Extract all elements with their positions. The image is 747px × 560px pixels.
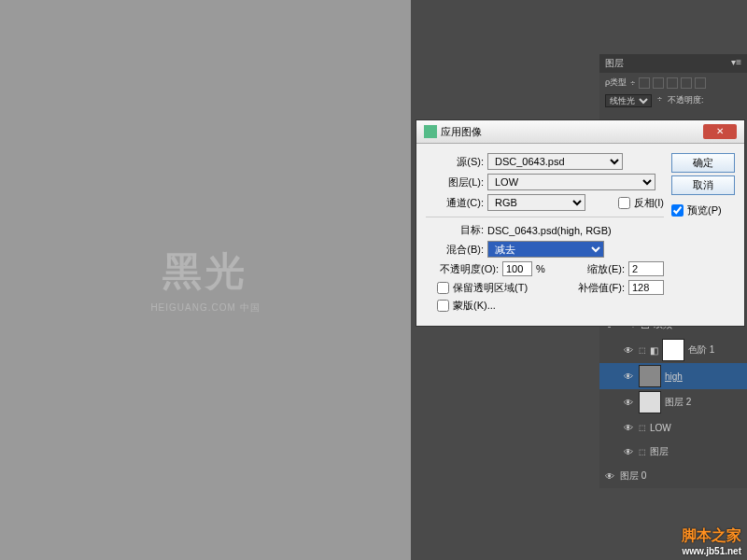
- layer-thumb: [639, 391, 661, 413]
- mask-checkbox[interactable]: [437, 300, 449, 312]
- layers-title: 图层: [605, 57, 624, 70]
- opacity-input[interactable]: [502, 261, 532, 276]
- visibility-icon[interactable]: 👁: [622, 343, 635, 357]
- layer-label: 图层(L):: [426, 175, 484, 189]
- mask-label: 蒙版(K)...: [453, 299, 496, 313]
- link-icon: ⬚: [639, 346, 646, 355]
- visibility-icon[interactable]: 👁: [622, 396, 635, 409]
- panel-menu-icon[interactable]: ▾≡: [731, 57, 741, 70]
- layer-name: 图层: [650, 445, 669, 458]
- blend-select[interactable]: 减去: [487, 241, 604, 258]
- dialog-icon: [424, 125, 437, 138]
- dialog-titlebar[interactable]: 应用图像 ✕: [416, 120, 744, 144]
- apply-image-dialog: 应用图像 ✕ 源(S): DSC_0643.psd 图层(L): LOW 通道(…: [416, 119, 745, 327]
- visibility-icon[interactable]: 👁: [603, 469, 616, 483]
- watermark: 黑光 HEIGUANG.COM 中国: [150, 245, 260, 315]
- filter-type-buttons[interactable]: [639, 77, 706, 89]
- preview-row[interactable]: 预览(P): [671, 203, 735, 217]
- layer-name: LOW: [650, 423, 671, 433]
- layer-name: 色阶 1: [688, 343, 714, 357]
- preview-label: 预览(P): [687, 203, 722, 217]
- filter-adjust-icon[interactable]: [653, 77, 664, 89]
- canvas-area: 黑光 HEIGUANG.COM 中国: [0, 0, 411, 560]
- layer-filter-row: ρ类型 ÷: [599, 73, 747, 92]
- layer-row-selected[interactable]: 👁 high: [599, 363, 747, 389]
- layer-select[interactable]: LOW: [487, 174, 655, 190]
- layer-name: 图层 0: [620, 469, 646, 483]
- layer-mask-thumb: [662, 339, 684, 361]
- channel-label: 通道(C):: [426, 196, 484, 210]
- layer-row[interactable]: 👁 图层 0: [599, 464, 747, 488]
- offset-label: 补偿值(F):: [578, 281, 625, 295]
- layer-row[interactable]: 👁 图层 2: [599, 389, 747, 415]
- target-label: 目标:: [426, 223, 484, 237]
- visibility-icon[interactable]: 👁: [622, 445, 635, 458]
- watermark-main: 黑光: [150, 245, 260, 298]
- filter-label: ρ类型: [605, 77, 627, 89]
- footer-watermark: 脚本之家 www.jb51.net: [682, 526, 741, 556]
- close-icon[interactable]: ✕: [703, 124, 737, 139]
- ok-button[interactable]: 确定: [671, 153, 735, 173]
- layer-name: 图层 2: [665, 396, 691, 409]
- link-icon: ⬚: [639, 448, 646, 456]
- layers-panel-header: 图层 ▾≡: [599, 54, 747, 73]
- preserve-checkbox[interactable]: [437, 282, 449, 294]
- link-icon: ⬚: [639, 424, 646, 432]
- blend-mode-select[interactable]: 线性光: [605, 94, 652, 107]
- cancel-button[interactable]: 取消: [671, 175, 735, 195]
- dialog-title: 应用图像: [441, 125, 703, 139]
- dialog-buttons: 确定 取消 预览(P): [671, 153, 735, 316]
- filter-smart-icon[interactable]: [695, 77, 706, 89]
- opacity-label: 不透明度(O):: [426, 262, 499, 276]
- visibility-icon[interactable]: 👁: [622, 370, 635, 383]
- footer-brand: 脚本之家: [682, 527, 741, 543]
- blend-label: 混合(B):: [426, 243, 484, 257]
- preview-checkbox[interactable]: [671, 204, 684, 217]
- footer-url: www.jb51.net: [682, 546, 741, 556]
- layer-row[interactable]: 👁 ⬚ ◧ 色阶 1: [599, 337, 747, 363]
- adjustment-icon: ◧: [650, 345, 658, 356]
- source-label: 源(S):: [426, 155, 484, 169]
- visibility-icon[interactable]: 👁: [622, 421, 635, 434]
- blend-opacity-row: 线性光 ÷ 不透明度:: [599, 92, 747, 109]
- scale-input[interactable]: [628, 261, 664, 276]
- watermark-sub: HEIGUANG.COM 中国: [150, 301, 260, 315]
- offset-input[interactable]: [628, 280, 664, 295]
- invert-checkbox[interactable]: [618, 197, 630, 209]
- layer-row[interactable]: 👁 ⬚ LOW: [599, 415, 747, 440]
- pct-label: %: [536, 263, 545, 274]
- invert-label: 反相(I): [634, 196, 664, 210]
- channel-select[interactable]: RGB: [487, 194, 585, 211]
- filter-shape-icon[interactable]: [681, 77, 692, 89]
- layer-thumb: [639, 365, 661, 387]
- target-value: DSC_0643.psd(high, RGB): [487, 225, 612, 236]
- layer-name: high: [665, 371, 683, 382]
- preserve-label: 保留透明区域(T): [453, 281, 528, 295]
- scale-label: 缩放(E):: [587, 262, 625, 276]
- layer-row[interactable]: 👁 ⬚ 图层: [599, 440, 747, 464]
- source-select[interactable]: DSC_0643.psd: [487, 153, 623, 170]
- opacity-label: 不透明度:: [668, 94, 704, 107]
- dialog-fields: 源(S): DSC_0643.psd 图层(L): LOW 通道(C): RGB…: [426, 153, 664, 316]
- filter-text-icon[interactable]: [667, 77, 678, 89]
- filter-pixel-icon[interactable]: [639, 77, 650, 89]
